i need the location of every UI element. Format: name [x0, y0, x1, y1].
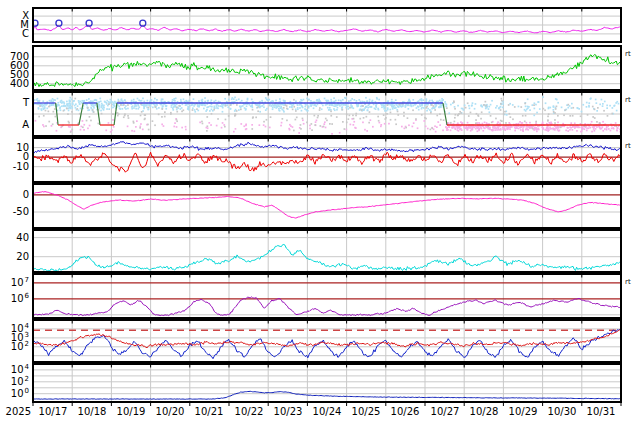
y-axis-label: 107: [0, 278, 29, 289]
x-axis-date-label: 10/30: [540, 406, 584, 418]
series-speed: [33, 55, 620, 87]
y-axis-label: 106: [0, 294, 29, 305]
chart-canvas: [0, 0, 634, 424]
x-axis-date-label: 10/26: [383, 406, 427, 418]
panel-imf-bt-bz: [33, 138, 621, 182]
x-axis-date-label: 10/29: [501, 406, 545, 418]
y-axis-label: 400: [0, 79, 29, 89]
panel-high-energy-proton-flux: [33, 364, 621, 402]
x-axis-date-label: 10/27: [423, 406, 467, 418]
series-xray: [33, 25, 620, 33]
realtime-indicator: rt: [625, 143, 631, 150]
series-hep: [33, 391, 620, 399]
panel-imf-sector: [33, 92, 622, 136]
x-axis-date-label: 10/19: [109, 406, 153, 418]
realtime-indicator: rt: [625, 279, 631, 286]
x-axis-date-label: 10/22: [227, 406, 271, 418]
space-weather-multipanel-chart: XMC700600500400TA100-100-504020107106104…: [0, 0, 634, 424]
series-protons: [33, 297, 620, 316]
series-bz: [33, 152, 620, 172]
panel-proton-density: [33, 230, 621, 272]
x-axis-year-label: 2025: [2, 406, 31, 418]
x-axis-date-label: 10/24: [305, 406, 349, 418]
y-axis-label: C: [0, 29, 29, 39]
y-axis-label: 100: [0, 389, 29, 400]
x-axis-date-label: 10/23: [266, 406, 310, 418]
x-axis-date-label: 10/17: [31, 406, 75, 418]
y-axis-label: 102: [0, 342, 29, 353]
x-axis-date-label: 10/28: [462, 406, 506, 418]
panel-border: [33, 184, 621, 228]
series-dst: [33, 192, 620, 219]
panel-proton-flux: [33, 274, 621, 318]
panel-electron-flux: [33, 320, 621, 362]
series-density: [33, 245, 620, 272]
x-axis-date-label: 10/25: [344, 406, 388, 418]
panel-solar-wind-speed: [33, 46, 621, 90]
x-axis-date-label: 10/20: [148, 406, 192, 418]
panel-goes-xray-flux: [32, 8, 621, 42]
x-axis-date-label: 10/18: [70, 406, 114, 418]
y-axis-label: 40: [0, 233, 29, 243]
y-axis-label: 20: [0, 252, 29, 262]
realtime-indicator: rt: [625, 97, 631, 104]
y-axis-label: T: [0, 98, 29, 108]
y-axis-label: A: [0, 120, 29, 130]
x-axis-date-label: 10/21: [187, 406, 231, 418]
panel-dst-index: [33, 184, 621, 228]
x-axis-date-label: 10/31: [579, 406, 623, 418]
realtime-indicator: rt: [625, 51, 631, 58]
y-axis-label: 0: [0, 190, 29, 200]
y-axis-label: -10: [0, 162, 29, 172]
y-axis-label: -50: [0, 207, 29, 217]
